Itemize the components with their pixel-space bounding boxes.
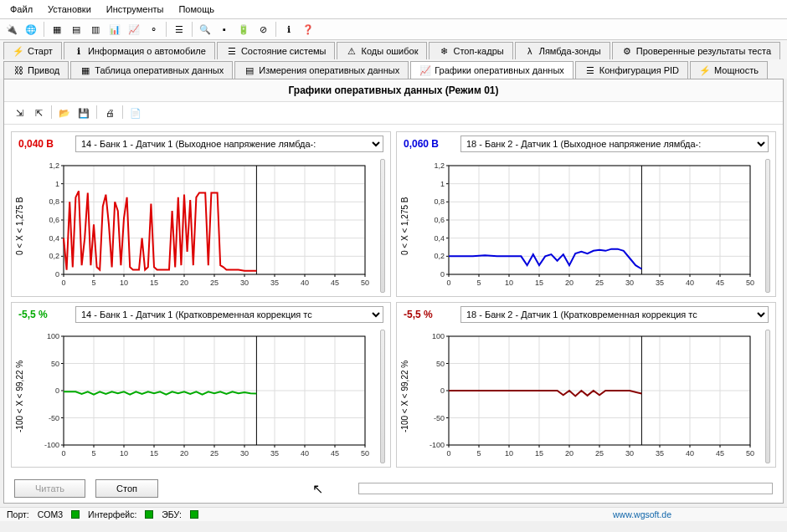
chart-icon[interactable]: 📊	[106, 21, 123, 38]
svg-text:20: 20	[565, 449, 574, 458]
tree-expand-icon[interactable]: ⇲	[11, 105, 28, 120]
svg-text:35: 35	[656, 449, 664, 458]
grid1-icon[interactable]: ▦	[49, 21, 65, 38]
tab-label: Таблица оперативных данных	[95, 65, 224, 75]
status-icon: ☰	[226, 45, 238, 57]
chart-value: -5,5 %	[18, 309, 69, 320]
chart-ylabel: 0 < X < 1,275 В	[400, 159, 414, 293]
tab-коды-ошибок[interactable]: ⚠Коды ошибок	[337, 42, 427, 59]
svg-text:1,2: 1,2	[434, 161, 445, 170]
main-toolbar: 🔌 🌐 ▦ ▤ ▥ 📊 📈 ⚬ ☰ 🔍 ▪ 🔋 ⊘ ℹ ❓	[0, 19, 787, 40]
tab-label: Лямбда-зонды	[539, 46, 601, 56]
svg-text:0: 0	[55, 386, 59, 395]
stop-icon[interactable]: ⊘	[255, 21, 271, 38]
tab-стоп-кадры[interactable]: ❄Стоп-кадры	[429, 42, 512, 59]
tab-лямбда-зонды[interactable]: λЛямбда-зонды	[515, 42, 610, 59]
tab-мощность[interactable]: ⚡Мощность	[690, 61, 768, 79]
svg-text:45: 45	[716, 449, 724, 458]
svg-text:0: 0	[440, 270, 445, 279]
chart-grid: 0,040 В14 - Банк 1 - Датчик 1 (Выходное …	[4, 125, 783, 474]
svg-text:0,2: 0,2	[434, 252, 445, 260]
chart-cell-2: -5,5 %14 - Банк 1 - Датчик 1 (Кратковрем…	[11, 302, 391, 468]
svg-text:5: 5	[91, 449, 95, 458]
panel-title: Графики оперативных данных (Режим 01)	[4, 79, 783, 102]
gear-icon: ⚙	[621, 45, 633, 57]
menu-tools[interactable]: Инструменты	[100, 2, 171, 17]
circles-icon[interactable]: ⚬	[145, 21, 162, 38]
grid3-icon[interactable]: ▥	[87, 21, 104, 38]
print-icon[interactable]: 🖨	[101, 105, 118, 120]
info-icon: ℹ	[73, 45, 85, 57]
battery-icon[interactable]: 🔋	[235, 21, 252, 38]
chart-icon: 📈	[419, 64, 431, 76]
tab-label: Коды ошибок	[361, 46, 418, 56]
cursor-icon: ↖	[312, 481, 323, 497]
save-icon[interactable]: 💾	[75, 105, 92, 120]
search-icon[interactable]: 🔍	[197, 21, 213, 38]
chart-plot: -100-5005010005101520253035404550	[28, 330, 375, 463]
bar-icon[interactable]: 📈	[126, 21, 142, 38]
svg-text:25: 25	[210, 279, 219, 287]
connect-icon[interactable]: 🔌	[3, 21, 20, 38]
help-icon[interactable]: ❓	[300, 21, 316, 38]
chart-selector[interactable]: 14 - Банк 1 - Датчик 1 (Выходное напряже…	[75, 136, 383, 152]
svg-text:45: 45	[331, 279, 339, 287]
chart-selector[interactable]: 18 - Банк 2 - Датчик 1 (Выходное напряже…	[460, 136, 769, 152]
status-iface-label: Интерфейс:	[88, 509, 136, 519]
chart-scale-slider[interactable]	[760, 159, 772, 293]
chart-selector[interactable]: 14 - Банк 1 - Датчик 1 (Кратковременная …	[75, 306, 383, 323]
svg-text:35: 35	[656, 279, 664, 287]
grid2-icon[interactable]: ▤	[68, 21, 85, 38]
status-iface-indicator	[145, 510, 153, 519]
chart-scale-slider[interactable]	[760, 330, 772, 463]
stop-button[interactable]: Стоп	[95, 479, 158, 498]
menu-file[interactable]: Файл	[3, 2, 39, 17]
tab-таблица-оперативных-данн[interactable]: ▦Таблица оперативных данных	[70, 61, 233, 79]
svg-text:20: 20	[565, 279, 574, 287]
tab-старт[interactable]: ⚡Старт	[3, 42, 62, 59]
open-icon[interactable]: 📂	[56, 105, 73, 120]
info-icon[interactable]: ℹ	[280, 21, 297, 38]
tab-состояние-системы[interactable]: ☰Состояние системы	[217, 42, 336, 59]
svg-text:40: 40	[301, 279, 309, 287]
terminal-icon[interactable]: ▪	[216, 21, 233, 38]
menu-help[interactable]: Помощь	[172, 2, 221, 17]
tabs-row-2: ⛓Привод▦Таблица оперативных данных▤Измер…	[0, 59, 787, 79]
tab-информация-о-автомобиле[interactable]: ℹИнформация о автомобиле	[64, 42, 215, 59]
svg-text:10: 10	[120, 449, 128, 458]
svg-text:-50: -50	[49, 414, 59, 422]
svg-text:0,4: 0,4	[434, 234, 445, 243]
svg-text:45: 45	[331, 449, 339, 458]
chart-plot: 00,20,40,60,811,205101520253035404550	[28, 159, 375, 293]
tab-label: Состояние системы	[241, 46, 327, 56]
svg-text:1: 1	[440, 180, 445, 188]
tab-графики-оперативных-данн[interactable]: 📈Графики оперативных данных	[410, 61, 574, 79]
tab-измерения-оперативных-да[interactable]: ▤Измерения оперативных данных	[234, 61, 409, 79]
pid-icon: ☰	[584, 64, 596, 76]
svg-text:-100: -100	[44, 441, 59, 449]
tab-конфигурация-pid[interactable]: ☰Конфигурация PID	[575, 61, 688, 79]
freeze-icon: ❄	[438, 45, 450, 57]
status-url[interactable]: www.wgsoft.de	[613, 509, 671, 519]
list-icon[interactable]: ☰	[171, 21, 188, 38]
tab-привод[interactable]: ⛓Привод	[3, 61, 69, 79]
svg-text:10: 10	[120, 279, 128, 287]
svg-text:0: 0	[61, 449, 65, 458]
status-bar: Порт: COM3 Интерфейс: ЭБУ: www.wgsoft.de	[0, 507, 787, 521]
svg-text:50: 50	[746, 449, 754, 458]
menu-settings[interactable]: Установки	[41, 2, 98, 17]
svg-text:0: 0	[446, 279, 450, 287]
svg-text:15: 15	[150, 279, 158, 287]
svg-text:15: 15	[535, 449, 543, 458]
chart-cell-0: 0,040 В14 - Банк 1 - Датчик 1 (Выходное …	[11, 131, 391, 297]
tab-проверенные-результаты-т[interactable]: ⚙Проверенные результаты теста	[612, 42, 780, 59]
svg-text:5: 5	[91, 279, 95, 287]
tab-label: Информация о автомобиле	[88, 46, 206, 56]
tree-collapse-icon[interactable]: ⇱	[30, 105, 47, 120]
chart-selector[interactable]: 18 - Банк 2 - Датчик 1 (Кратковременная …	[460, 306, 769, 323]
read-button[interactable]: Читать	[14, 479, 85, 498]
globe-icon[interactable]: 🌐	[23, 21, 39, 38]
export-icon[interactable]: 📄	[127, 105, 144, 120]
chart-scale-slider[interactable]	[375, 159, 387, 293]
chart-scale-slider[interactable]	[375, 330, 387, 463]
